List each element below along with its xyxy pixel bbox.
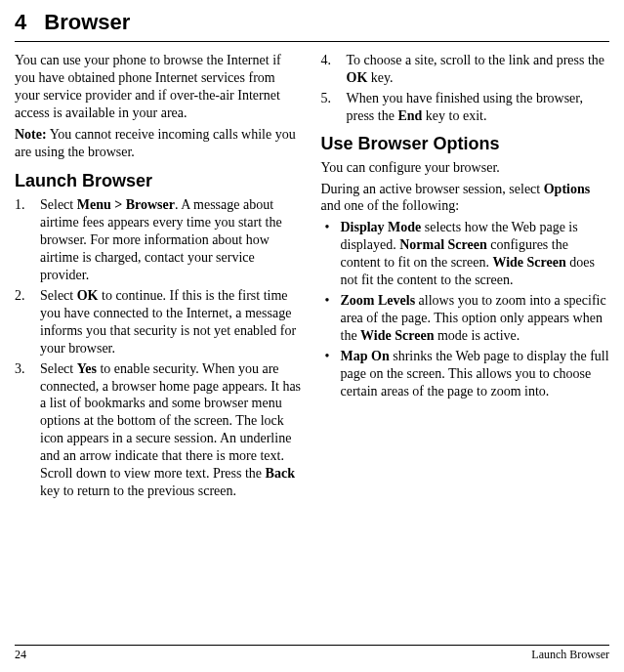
step-5: When you have finished using the browser…	[321, 90, 610, 125]
p-text: and one of the following:	[321, 198, 460, 213]
b-bold: Wide Screen	[360, 328, 434, 343]
launch-heading: Launch Browser	[15, 170, 304, 192]
options-p1: You can configure your browser.	[321, 159, 610, 177]
chapter-title: Browser	[44, 10, 130, 34]
step-3: Select Yes to enable security. When you …	[15, 360, 304, 500]
step-text: To choose a site, scroll to the link and…	[347, 53, 605, 67]
note-label: Note:	[15, 127, 47, 142]
b-bold: Display Mode	[341, 220, 422, 234]
step-bold: Menu > Browser	[77, 197, 175, 212]
step-4: To choose a site, scroll to the link and…	[321, 52, 610, 87]
footer-section: Launch Browser	[531, 648, 609, 662]
step-text: key to return to the previous screen.	[40, 483, 236, 498]
bullet-zoom-levels: Zoom Levels allows you to zoom into a sp…	[321, 292, 610, 345]
step-text: Select	[40, 288, 77, 303]
step-text: Select	[40, 197, 77, 212]
bullet-display-mode: Display Mode selects how the Web page is…	[321, 219, 610, 289]
p-text: During an active browser session, select	[321, 182, 544, 196]
step-bold: Back	[266, 466, 295, 481]
options-p2: During an active browser session, select…	[321, 181, 610, 216]
launch-steps: Select Menu > Browser. A message about a…	[15, 196, 304, 499]
step-text: key.	[367, 70, 393, 85]
b-bold: Normal Screen	[399, 237, 487, 252]
b-bold: Map On	[341, 349, 390, 363]
page-number: 24	[15, 648, 26, 662]
b-text: mode is active.	[434, 328, 520, 343]
step-bold: OK	[347, 70, 368, 85]
options-bullets: Display Mode selects how the Web page is…	[321, 219, 610, 399]
bullet-map-on: Map On shrinks the Web page to display t…	[321, 348, 610, 400]
launch-steps-cont: To choose a site, scroll to the link and…	[321, 52, 610, 125]
p-bold: Options	[544, 182, 590, 196]
step-2: Select OK to continue. If this is the fi…	[15, 287, 304, 357]
step-text: to enable security. When you are connect…	[40, 361, 301, 481]
options-heading: Use Browser Options	[321, 133, 610, 155]
note-body: You cannot receive incoming calls while …	[15, 127, 296, 159]
step-1: Select Menu > Browser. A message about a…	[15, 196, 304, 284]
content-columns: You can use your phone to browse the Int…	[15, 52, 609, 503]
right-column: To choose a site, scroll to the link and…	[321, 52, 610, 503]
chapter-number: 4	[15, 10, 26, 35]
step-text: key to exit.	[422, 108, 486, 123]
page-footer: 24 Launch Browser	[15, 645, 609, 662]
step-bold: End	[397, 108, 422, 123]
left-column: You can use your phone to browse the Int…	[15, 52, 304, 503]
intro-paragraph: You can use your phone to browse the Int…	[15, 52, 304, 122]
step-text: Select	[40, 361, 77, 376]
step-bold: Yes	[77, 361, 97, 376]
chapter-header: 4Browser	[15, 10, 609, 42]
step-bold: OK	[77, 288, 99, 303]
b-bold: Wide Screen	[492, 255, 565, 270]
note-paragraph: Note: You cannot receive incoming calls …	[15, 126, 304, 161]
b-bold: Zoom Levels	[341, 293, 416, 308]
